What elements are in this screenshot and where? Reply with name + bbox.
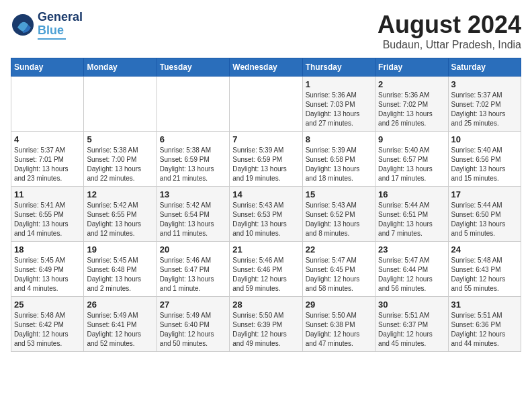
title-area: August 2024 Budaun, Uttar Pradesh, India: [378, 11, 521, 51]
day-number: 2: [378, 79, 445, 89]
calendar-cell: 25Sunrise: 5:48 AM Sunset: 6:42 PM Dayli…: [11, 297, 84, 352]
day-info: Sunrise: 5:40 AM Sunset: 6:56 PM Dayligh…: [451, 146, 518, 183]
calendar-cell: [157, 77, 229, 132]
calendar-cell: 24Sunrise: 5:48 AM Sunset: 6:43 PM Dayli…: [448, 242, 521, 297]
day-number: 6: [160, 134, 226, 144]
day-number: 31: [451, 300, 518, 310]
calendar-cell: 29Sunrise: 5:50 AM Sunset: 6:38 PM Dayli…: [302, 297, 375, 352]
day-info: Sunrise: 5:42 AM Sunset: 6:55 PM Dayligh…: [87, 201, 153, 238]
day-number: 12: [87, 189, 153, 199]
location: Budaun, Uttar Pradesh, India: [378, 39, 521, 51]
calendar-cell: [230, 77, 302, 132]
week-row-0: 1Sunrise: 5:36 AM Sunset: 7:03 PM Daylig…: [11, 77, 521, 132]
calendar-cell: 3Sunrise: 5:37 AM Sunset: 7:02 PM Daylig…: [448, 77, 521, 132]
day-info: Sunrise: 5:44 AM Sunset: 6:50 PM Dayligh…: [451, 201, 518, 238]
day-info: Sunrise: 5:45 AM Sunset: 6:49 PM Dayligh…: [14, 256, 81, 293]
day-info: Sunrise: 5:43 AM Sunset: 6:52 PM Dayligh…: [306, 201, 372, 238]
day-number: 11: [14, 189, 81, 199]
day-info: Sunrise: 5:50 AM Sunset: 6:38 PM Dayligh…: [306, 311, 372, 349]
day-info: Sunrise: 5:49 AM Sunset: 6:40 PM Dayligh…: [160, 311, 226, 349]
day-number: 21: [232, 244, 299, 255]
day-info: Sunrise: 5:49 AM Sunset: 6:41 PM Dayligh…: [87, 311, 153, 349]
week-row-3: 18Sunrise: 5:45 AM Sunset: 6:49 PM Dayli…: [11, 242, 521, 297]
day-info: Sunrise: 5:36 AM Sunset: 7:02 PM Dayligh…: [378, 91, 445, 128]
calendar-cell: 19Sunrise: 5:45 AM Sunset: 6:48 PM Dayli…: [84, 242, 157, 297]
calendar-cell: 18Sunrise: 5:45 AM Sunset: 6:49 PM Dayli…: [11, 242, 84, 297]
calendar-cell: 12Sunrise: 5:42 AM Sunset: 6:55 PM Dayli…: [84, 187, 157, 242]
day-info: Sunrise: 5:46 AM Sunset: 6:46 PM Dayligh…: [232, 256, 299, 293]
week-row-4: 25Sunrise: 5:48 AM Sunset: 6:42 PM Dayli…: [11, 297, 521, 352]
day-number: 7: [232, 134, 299, 144]
day-number: 16: [378, 189, 445, 199]
calendar-cell: 31Sunrise: 5:51 AM Sunset: 6:36 PM Dayli…: [448, 297, 521, 352]
day-number: 28: [232, 300, 299, 310]
day-info: Sunrise: 5:37 AM Sunset: 7:01 PM Dayligh…: [14, 146, 81, 183]
day-number: 4: [14, 134, 81, 144]
day-number: 24: [451, 244, 518, 255]
weekday-header-wednesday: Wednesday: [230, 58, 302, 77]
calendar-cell: 2Sunrise: 5:36 AM Sunset: 7:02 PM Daylig…: [375, 77, 448, 132]
weekday-header-sunday: Sunday: [11, 58, 84, 77]
calendar-cell: 20Sunrise: 5:46 AM Sunset: 6:47 PM Dayli…: [157, 242, 229, 297]
header: General Blue August 2024 Budaun, Uttar P…: [11, 11, 521, 51]
day-number: 9: [378, 134, 445, 144]
logo: General Blue: [11, 11, 83, 40]
calendar-cell: 13Sunrise: 5:42 AM Sunset: 6:54 PM Dayli…: [157, 187, 229, 242]
day-number: 3: [451, 79, 518, 89]
day-info: Sunrise: 5:46 AM Sunset: 6:47 PM Dayligh…: [160, 256, 226, 293]
weekday-header-thursday: Thursday: [302, 58, 375, 77]
calendar-table: SundayMondayTuesdayWednesdayThursdayFrid…: [11, 58, 521, 352]
day-info: Sunrise: 5:40 AM Sunset: 6:57 PM Dayligh…: [378, 146, 445, 183]
logo-icon: [11, 13, 35, 37]
logo-text-general: General: [38, 11, 83, 24]
day-number: 15: [306, 189, 372, 199]
calendar-cell: [11, 77, 84, 132]
calendar-cell: 26Sunrise: 5:49 AM Sunset: 6:41 PM Dayli…: [84, 297, 157, 352]
calendar-cell: 15Sunrise: 5:43 AM Sunset: 6:52 PM Dayli…: [302, 187, 375, 242]
day-info: Sunrise: 5:39 AM Sunset: 6:58 PM Dayligh…: [306, 146, 372, 183]
day-number: 27: [160, 300, 226, 310]
day-number: 5: [87, 134, 153, 144]
weekday-header-saturday: Saturday: [448, 58, 521, 77]
day-info: Sunrise: 5:47 AM Sunset: 6:44 PM Dayligh…: [378, 256, 445, 293]
day-info: Sunrise: 5:51 AM Sunset: 6:37 PM Dayligh…: [378, 311, 445, 349]
day-number: 18: [14, 244, 81, 255]
week-row-2: 11Sunrise: 5:41 AM Sunset: 6:55 PM Dayli…: [11, 187, 521, 242]
day-number: 8: [306, 134, 372, 144]
day-number: 26: [87, 300, 153, 310]
week-row-1: 4Sunrise: 5:37 AM Sunset: 7:01 PM Daylig…: [11, 132, 521, 187]
day-info: Sunrise: 5:42 AM Sunset: 6:54 PM Dayligh…: [160, 201, 226, 238]
day-number: 13: [160, 189, 226, 199]
weekday-header-row: SundayMondayTuesdayWednesdayThursdayFrid…: [11, 58, 521, 77]
day-info: Sunrise: 5:38 AM Sunset: 7:00 PM Dayligh…: [87, 146, 153, 183]
calendar-body: 1Sunrise: 5:36 AM Sunset: 7:03 PM Daylig…: [11, 77, 521, 352]
day-info: Sunrise: 5:39 AM Sunset: 6:59 PM Dayligh…: [232, 146, 299, 183]
day-number: 29: [306, 300, 372, 310]
calendar-cell: 14Sunrise: 5:43 AM Sunset: 6:53 PM Dayli…: [230, 187, 302, 242]
day-number: 30: [378, 300, 445, 310]
calendar-cell: 28Sunrise: 5:50 AM Sunset: 6:39 PM Dayli…: [230, 297, 302, 352]
day-info: Sunrise: 5:43 AM Sunset: 6:53 PM Dayligh…: [232, 201, 299, 238]
calendar-cell: 16Sunrise: 5:44 AM Sunset: 6:51 PM Dayli…: [375, 187, 448, 242]
calendar-cell: 27Sunrise: 5:49 AM Sunset: 6:40 PM Dayli…: [157, 297, 229, 352]
day-info: Sunrise: 5:45 AM Sunset: 6:48 PM Dayligh…: [87, 256, 153, 293]
day-info: Sunrise: 5:36 AM Sunset: 7:03 PM Dayligh…: [306, 91, 372, 128]
day-info: Sunrise: 5:44 AM Sunset: 6:51 PM Dayligh…: [378, 201, 445, 238]
weekday-header-monday: Monday: [84, 58, 157, 77]
day-info: Sunrise: 5:50 AM Sunset: 6:39 PM Dayligh…: [232, 311, 299, 349]
day-info: Sunrise: 5:48 AM Sunset: 6:42 PM Dayligh…: [14, 311, 81, 349]
logo-text-blue: Blue: [38, 24, 83, 38]
calendar-cell: 8Sunrise: 5:39 AM Sunset: 6:58 PM Daylig…: [302, 132, 375, 187]
weekday-header-tuesday: Tuesday: [157, 58, 229, 77]
calendar-cell: 30Sunrise: 5:51 AM Sunset: 6:37 PM Dayli…: [375, 297, 448, 352]
calendar-cell: 17Sunrise: 5:44 AM Sunset: 6:50 PM Dayli…: [448, 187, 521, 242]
day-number: 17: [451, 189, 518, 199]
day-number: 20: [160, 244, 226, 255]
day-number: 10: [451, 134, 518, 144]
calendar-cell: 21Sunrise: 5:46 AM Sunset: 6:46 PM Dayli…: [230, 242, 302, 297]
calendar-cell: 4Sunrise: 5:37 AM Sunset: 7:01 PM Daylig…: [11, 132, 84, 187]
day-number: 1: [306, 79, 372, 89]
calendar-cell: 10Sunrise: 5:40 AM Sunset: 6:56 PM Dayli…: [448, 132, 521, 187]
day-info: Sunrise: 5:47 AM Sunset: 6:45 PM Dayligh…: [306, 256, 372, 293]
day-info: Sunrise: 5:37 AM Sunset: 7:02 PM Dayligh…: [451, 91, 518, 128]
